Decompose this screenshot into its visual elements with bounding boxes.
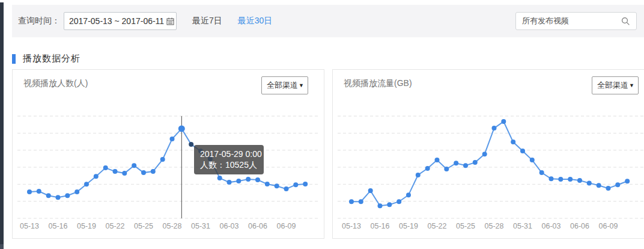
svg-text:05-16: 05-16: [371, 222, 390, 230]
last-7-days-link[interactable]: 最近7日: [192, 16, 222, 26]
traffic-chart-area: 05-1305-1605-1905-2205-2505-2805-3106-03…: [333, 97, 644, 238]
chart-tooltip: 2017-05-29 0:00 人数：10525人: [194, 145, 264, 174]
search-icon[interactable]: [621, 17, 630, 26]
channel-select-traffic[interactable]: 全部渠道 ▼: [592, 76, 639, 94]
viewers-chart-area: 05-1305-1605-1905-2205-2505-2805-3106-03…: [13, 97, 324, 238]
channel-select-traffic-label: 全部渠道: [597, 80, 628, 91]
svg-text:06-09: 06-09: [598, 222, 618, 230]
traffic-chart-title: 视频播放流量(GB): [344, 78, 412, 89]
svg-text:05-13: 05-13: [20, 222, 39, 230]
svg-text:05-22: 05-22: [428, 222, 447, 230]
viewers-line-chart[interactable]: 05-1305-1605-1905-2205-2505-2805-3106-03…: [13, 97, 324, 238]
tooltip-date: 2017-05-29 0:00: [200, 149, 258, 159]
svg-text:06-06: 06-06: [248, 222, 267, 230]
svg-text:05-16: 05-16: [49, 222, 68, 230]
svg-text:05-28: 05-28: [163, 222, 182, 230]
chevron-down-icon: ▼: [629, 82, 634, 88]
section-title: 播放数据分析: [23, 53, 80, 64]
svg-text:05-28: 05-28: [485, 222, 504, 230]
last-30-days-link[interactable]: 最近30日: [238, 16, 273, 26]
svg-text:05-13: 05-13: [342, 222, 361, 230]
traffic-line-chart[interactable]: 05-1305-1605-1905-2205-2505-2805-3106-03…: [333, 97, 644, 238]
viewers-chart-title: 视频播放人数(人): [23, 78, 88, 89]
sidebar-edge-footer: [0, 244, 4, 249]
svg-text:05-25: 05-25: [134, 222, 153, 230]
date-range-input[interactable]: [64, 13, 176, 29]
section-accent-bar: [12, 54, 16, 64]
svg-text:05-31: 05-31: [513, 222, 532, 230]
query-toolbar: 查询时间： 最近7日 最近30日 所有发布视频: [12, 5, 644, 37]
svg-text:06-03: 06-03: [220, 222, 239, 230]
traffic-chart-card: 视频播放流量(GB) 全部渠道 ▼ 05-1305-1605-1905-2205…: [332, 69, 644, 239]
svg-text:06-03: 06-03: [542, 222, 561, 230]
section-header: 播放数据分析: [12, 53, 80, 64]
sidebar-edge: [0, 2, 4, 249]
traffic-card-header: 视频播放流量(GB) 全部渠道 ▼: [333, 70, 644, 95]
published-video-filter-value: 所有发布视频: [522, 16, 569, 26]
date-range-picker[interactable]: [64, 12, 177, 30]
svg-text:06-06: 06-06: [570, 222, 589, 230]
svg-text:05-25: 05-25: [456, 222, 475, 230]
svg-text:05-19: 05-19: [77, 222, 96, 230]
published-video-filter[interactable]: 所有发布视频: [515, 12, 637, 30]
chevron-down-icon: ▼: [299, 82, 304, 88]
svg-text:06-09: 06-09: [276, 222, 296, 230]
viewers-card-header: 视频播放人数(人) 全部渠道 ▼: [13, 70, 324, 95]
channel-select-viewers[interactable]: 全部渠道 ▼: [261, 76, 308, 94]
calendar-icon[interactable]: [166, 17, 174, 25]
tooltip-value: 人数：10525人: [200, 159, 258, 170]
svg-text:05-19: 05-19: [399, 222, 418, 230]
svg-text:05-31: 05-31: [191, 222, 210, 230]
svg-text:05-22: 05-22: [106, 222, 125, 230]
query-time-label: 查询时间：: [18, 16, 60, 26]
channel-select-viewers-label: 全部渠道: [267, 80, 298, 91]
viewers-chart-card: 视频播放人数(人) 全部渠道 ▼ 05-1305-1605-1905-2205-…: [12, 69, 324, 239]
